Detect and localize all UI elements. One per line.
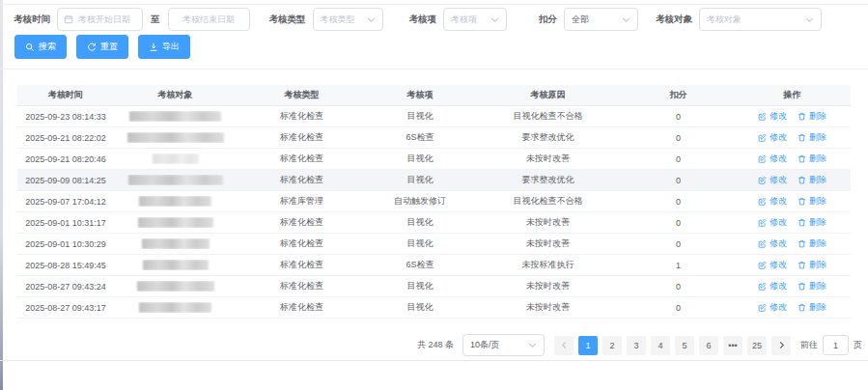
edit-link[interactable]: 修改 <box>758 195 787 208</box>
delete-link[interactable]: 删除 <box>798 216 826 229</box>
cell-item: 目视化 <box>367 237 473 250</box>
jump-page-input[interactable] <box>823 335 849 355</box>
delete-link[interactable]: 删除 <box>798 259 826 271</box>
date-range-separator: 至 <box>151 14 160 26</box>
edit-icon <box>758 239 767 248</box>
search-button-label: 搜索 <box>39 41 56 53</box>
type-select[interactable]: 考核类型 <box>313 8 383 31</box>
cell-subject <box>114 153 237 164</box>
cell-type: 标准化检查 <box>237 216 367 229</box>
cell-score: 0 <box>623 282 734 292</box>
cell-type: 标准化检查 <box>237 280 367 292</box>
edit-link[interactable]: 修改 <box>758 174 787 186</box>
cell-reason: 未按时改善 <box>473 153 623 165</box>
item-select[interactable]: 考核项 <box>443 8 507 31</box>
cell-actions: 修改 删除 <box>734 110 851 123</box>
edit-link-label: 修改 <box>770 216 787 229</box>
edit-link-label: 修改 <box>770 131 787 144</box>
edit-link[interactable]: 修改 <box>758 301 787 314</box>
redacted-subject <box>128 175 223 185</box>
table-row[interactable]: 2025-09-01 10:30:29 标准化检查 目视化 未按时改善 0 修改… <box>17 234 851 255</box>
delete-link-label: 删除 <box>809 174 826 186</box>
reset-button[interactable]: 重置 <box>76 35 128 59</box>
export-button-label: 导出 <box>162 41 180 53</box>
edit-icon <box>758 154 767 163</box>
cell-item: 目视化 <box>367 174 473 186</box>
pagination-total: 共 248 条 <box>417 339 454 351</box>
delete-link[interactable]: 删除 <box>798 131 826 144</box>
table-row[interactable]: 2025-09-01 10:31:17 标准化检查 目视化 未按时改善 0 修改… <box>17 212 851 234</box>
edit-link[interactable]: 修改 <box>758 110 787 123</box>
cell-time: 2025-09-09 08:14:25 <box>17 176 114 185</box>
table-row[interactable]: 2025-09-09 08:14:25 标准化检查 目视化 要求整改优化 0 修… <box>17 170 851 191</box>
edit-icon <box>758 282 767 291</box>
pager-page-2[interactable]: 2 <box>602 336 622 355</box>
page-size-select[interactable]: 10条/页 <box>462 334 545 356</box>
table-row[interactable]: 2025-08-27 09:43:17 标准化检查 目视化 未按时改善 0 修改… <box>17 297 851 319</box>
delete-link[interactable]: 删除 <box>798 301 826 314</box>
export-button[interactable]: 导出 <box>138 35 190 59</box>
table-row[interactable]: 2025-08-28 15:49:45 标准化检查 6S检查 未按标准执行 1 … <box>17 255 851 276</box>
edit-link[interactable]: 修改 <box>758 259 787 271</box>
chevron-down-icon <box>528 341 537 349</box>
chevron-down-icon <box>805 15 814 24</box>
pager-page-3[interactable]: 3 <box>627 336 646 355</box>
table-row[interactable]: 2025-09-07 17:04:12 标准库管理 自动触发修订 目视化检查不合… <box>17 191 851 212</box>
cell-reason: 未按标准执行 <box>473 259 623 271</box>
edit-link[interactable]: 修改 <box>758 131 787 144</box>
cell-item: 目视化 <box>367 216 473 229</box>
edit-link[interactable]: 修改 <box>758 153 787 165</box>
table-row[interactable]: 2025-09-21 08:20:46 标准化检查 目视化 未按时改善 0 修改… <box>17 149 851 170</box>
table-row[interactable]: 2025-08-27 09:43:24 标准化检查 目视化 未按时改善 0 修改… <box>17 276 851 297</box>
table-header: 考核时间 考核对象 考核类型 考核项 考核原因 扣分 操作 <box>17 85 851 106</box>
edit-link[interactable]: 修改 <box>758 280 787 292</box>
cell-time: 2025-09-07 17:04:12 <box>17 197 114 207</box>
pager-page-1[interactable]: 1 <box>578 336 598 355</box>
edit-link[interactable]: 修改 <box>758 237 787 250</box>
delete-link[interactable]: 删除 <box>798 195 826 208</box>
date-end-input[interactable]: 考核结束日期 <box>168 8 250 31</box>
cell-actions: 修改 删除 <box>734 174 851 186</box>
cell-time: 2025-08-28 15:49:45 <box>17 261 114 270</box>
edit-icon <box>758 133 767 142</box>
cell-actions: 修改 删除 <box>734 131 851 144</box>
pager-prev[interactable] <box>554 336 574 355</box>
cell-actions: 修改 删除 <box>734 216 851 229</box>
delete-link[interactable]: 删除 <box>798 153 826 165</box>
score-select[interactable]: 全部 <box>564 8 638 31</box>
subject-filter-label: 考核对象 <box>656 14 692 26</box>
delete-link[interactable]: 删除 <box>798 280 826 292</box>
col-header-score: 扣分 <box>623 89 734 101</box>
pager-next[interactable] <box>771 336 791 355</box>
pager-page-4[interactable]: 4 <box>651 336 670 355</box>
cell-score: 0 <box>623 239 734 249</box>
page-jump: 前往 页 <box>800 335 862 355</box>
delete-link[interactable]: 删除 <box>798 237 826 250</box>
col-header-reason: 考核原因 <box>473 89 623 101</box>
table-row[interactable]: 2025-09-23 08:14:33 标准化检查 目视化 目视化检查不合格 0… <box>17 106 851 127</box>
type-select-placeholder: 考核类型 <box>321 14 355 26</box>
date-end-placeholder: 考核结束日期 <box>182 14 235 26</box>
cell-type: 标准化检查 <box>237 301 367 314</box>
edit-link-label: 修改 <box>770 259 787 271</box>
trash-icon <box>798 218 806 227</box>
subject-select[interactable]: 考核对象 <box>699 8 822 31</box>
pager-page-25[interactable]: 25 <box>747 336 767 355</box>
pager-page-6[interactable]: 6 <box>699 336 718 355</box>
cell-item: 目视化 <box>367 301 473 314</box>
search-button[interactable]: 搜索 <box>14 35 67 59</box>
trash-icon <box>798 176 806 184</box>
table-row[interactable]: 2025-09-21 08:22:02 标准化检查 6S检查 要求整改优化 0 … <box>17 127 851 149</box>
pager-page-5[interactable]: 5 <box>675 336 694 355</box>
cell-score: 0 <box>623 154 734 164</box>
edit-link[interactable]: 修改 <box>758 216 787 229</box>
panel-divider <box>0 69 868 70</box>
delete-link[interactable]: 删除 <box>798 174 826 186</box>
delete-link[interactable]: 删除 <box>798 110 826 123</box>
jump-label: 前往 <box>800 339 818 351</box>
pager-ellipsis[interactable]: ••• <box>723 336 742 355</box>
cell-item: 目视化 <box>367 110 473 123</box>
date-start-input[interactable]: 考核开始日期 <box>57 8 143 31</box>
cell-time: 2025-09-01 10:30:29 <box>17 239 114 249</box>
col-header-actions: 操作 <box>734 89 851 101</box>
